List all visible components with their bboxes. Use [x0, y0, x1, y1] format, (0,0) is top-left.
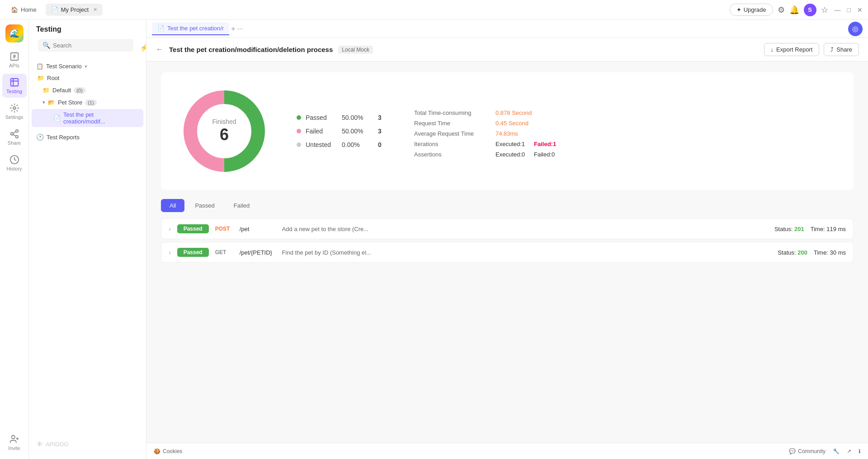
sidebar-item-settings[interactable]: Settings [2, 99, 27, 123]
filter-all[interactable]: All [161, 199, 184, 212]
result-row-1[interactable]: › Passed GET /pet/{PETID} Find the pet b… [161, 242, 854, 263]
content-tab-main[interactable]: 📄 Test the pet creation/r [152, 22, 229, 35]
share-bottom-icon[interactable]: ↗ [847, 448, 851, 454]
folder-icon: 📋 [36, 63, 43, 70]
top-right-indicator: ◎ [848, 22, 863, 36]
status-badge-1: Passed [177, 248, 209, 257]
endpoint-0: /pet [240, 226, 276, 232]
community-button[interactable]: 💬 Community [789, 448, 826, 454]
add-tab-button[interactable]: + [231, 25, 235, 33]
avatar[interactable]: S [804, 4, 816, 16]
app-logo: 🌊 [5, 24, 24, 43]
watermark-text: APIDOG [46, 441, 69, 448]
stat-label-1: Request Time [414, 120, 486, 127]
stat-failed-3: Failed:1 [534, 141, 556, 147]
help-icon[interactable]: 🔧 [833, 448, 840, 454]
folder-closed-icon: 📁 [37, 75, 44, 81]
stat-avg-time: Average Request Time 74.83ms [414, 128, 556, 139]
result-list: › Passed POST /pet Add a new pet to the … [161, 218, 854, 263]
test-reports-header[interactable]: 🕐 Test Reports [29, 131, 146, 143]
bookmark-icon[interactable]: ☆ [821, 5, 828, 15]
sidebar-item-apis[interactable]: APIs [2, 48, 27, 72]
untested-dot [297, 142, 301, 147]
sidebar-item-testing[interactable]: Testing [2, 74, 27, 98]
stat-assertions: Assertions Executed:0 Failed:0 [414, 149, 556, 160]
chevron-down-icon: ▾ [42, 99, 45, 105]
stat-executed-4: Executed:0 [495, 151, 525, 158]
donut-center: Finished 6 [212, 118, 236, 144]
search-input[interactable] [53, 42, 129, 49]
filter-failed[interactable]: Failed [225, 199, 258, 212]
tree-test-item[interactable]: 📄 Test the pet creation/modif... [32, 109, 143, 127]
desc-0: Add a new pet to the store (Cre... [282, 226, 768, 232]
close-window-icon[interactable]: ✕ [857, 6, 863, 14]
stat-time-consuming: Total Time-consuming 0.878 Second [414, 108, 556, 118]
stat-value-1: 0.45 Second [495, 120, 528, 127]
share-icon: ⤴ [830, 46, 834, 53]
stat-executed-3: Executed:1 [495, 141, 525, 147]
stat-iterations: Iterations Executed:1 Failed:1 [414, 139, 556, 149]
sidebar-item-share[interactable]: Share [2, 125, 27, 149]
chevron-icon-1: › [169, 249, 171, 256]
time-value-1: 30 ms [830, 249, 846, 256]
status-code-1: 200 [797, 249, 807, 256]
share-button[interactable]: ⤴ Share [824, 43, 859, 56]
maximize-icon[interactable]: □ [847, 6, 851, 14]
export-icon: ↓ [771, 46, 774, 53]
minimize-icon[interactable]: — [835, 6, 841, 14]
passed-name: Passed [306, 114, 337, 121]
failed-count: 3 [378, 128, 382, 135]
method-badge-1: GET [215, 249, 233, 256]
info-icon[interactable]: ℹ [859, 448, 861, 454]
stat-label-0: Total Time-consuming [414, 109, 486, 116]
community-icon: 💬 [789, 448, 796, 454]
tree-default[interactable]: 📁 Default (0) [32, 85, 143, 96]
upgrade-label: Upgrade [744, 6, 766, 13]
project-icon: 📄 [51, 6, 58, 13]
filter-passed[interactable]: Passed [186, 199, 223, 212]
back-button[interactable]: ← [156, 45, 164, 54]
filter-button[interactable]: ⚡ [140, 40, 146, 55]
result-row-0[interactable]: › Passed POST /pet Add a new pet to the … [161, 218, 854, 239]
cookies-button[interactable]: 🍪 Cookies [154, 448, 182, 454]
chart-legend: Passed 50.00% 3 Failed 50.00% 3 Untested… [297, 114, 387, 148]
close-tab-icon[interactable]: ✕ [93, 7, 97, 13]
sidebar-item-invite[interactable]: Invite [2, 431, 27, 454]
status-code-0: 201 [794, 226, 804, 232]
stat-label-4: Assertions [414, 151, 486, 158]
bottom-right: 💬 Community 🔧 ↗ ℹ [789, 448, 861, 454]
home-tab-label: Home [21, 6, 37, 13]
svg-point-1 [13, 107, 16, 109]
status-info-1: Status: 200 [778, 249, 807, 256]
donut-chart: Finished 6 [179, 86, 269, 176]
home-icon: 🏠 [11, 6, 18, 13]
cookies-label: Cookies [163, 448, 182, 454]
nav-title: Testing [29, 25, 146, 39]
test-scenario-header[interactable]: 📋 Test Scenario ▾ [29, 61, 146, 72]
header-actions: ↓ Export Report ⤴ Share [764, 43, 859, 56]
passed-pct: 50.00% [342, 114, 373, 121]
bottom-bar: 🍪 Cookies 💬 Community 🔧 ↗ ℹ [146, 443, 868, 459]
tree-pet-store[interactable]: ▾ 📂 Pet Store (1) [32, 97, 143, 108]
settings-icon[interactable]: ⚙ [778, 5, 785, 15]
method-badge-0: POST [215, 226, 233, 232]
folder-closed-icon-2: 📁 [42, 87, 50, 94]
tree-root-label: Root [47, 75, 59, 81]
search-icon: 🔍 [42, 42, 50, 49]
more-tabs-button[interactable]: ··· [237, 25, 243, 33]
home-tab[interactable]: 🏠 Home [5, 4, 42, 16]
stat-request-time: Request Time 0.45 Second [414, 118, 556, 128]
export-report-button[interactable]: ↓ Export Report [764, 43, 820, 56]
svg-point-3 [10, 132, 13, 135]
stat-label-3: Iterations [414, 141, 486, 147]
project-tab[interactable]: 📄 My Project ✕ [46, 4, 103, 16]
test-reports-label: Test Reports [47, 134, 80, 141]
export-label: Export Report [776, 46, 812, 53]
bell-icon[interactable]: 🔔 [789, 5, 799, 15]
local-mock-badge: Local Mock [338, 46, 373, 54]
tree-root[interactable]: 📁 Root [32, 72, 143, 84]
donut-label: Finished [212, 118, 236, 125]
upgrade-button[interactable]: ✦ Upgrade [730, 4, 773, 16]
sidebar-item-history[interactable]: History [2, 151, 27, 175]
titlebar: 🏠 Home 📄 My Project ✕ ✦ Upgrade ⚙ 🔔 S ☆ … [0, 0, 868, 20]
